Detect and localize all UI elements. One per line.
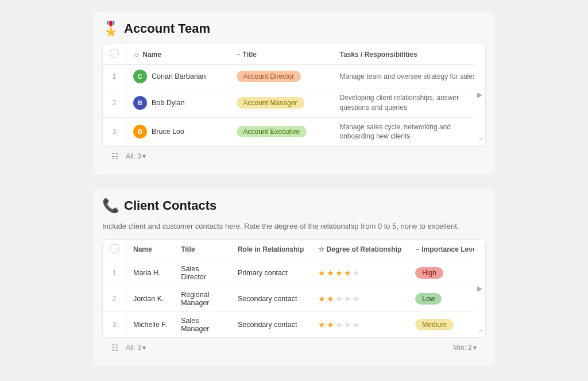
client-contacts-footer: ☷ All: 3 ▾ Min: 2 ▾	[102, 338, 486, 357]
avatar: B	[133, 96, 147, 110]
account-team-all-btn[interactable]: All: 3 ▾	[123, 151, 148, 161]
importance-badge: High	[415, 267, 443, 279]
name-cell: B Bruce Loo	[126, 117, 230, 146]
star-filled: ★	[327, 294, 334, 303]
cc-min-btn[interactable]: Min: 2 ▾	[451, 342, 479, 353]
client-contacts-description: Include client and customer contacts her…	[102, 221, 486, 232]
avatar: B	[133, 125, 147, 138]
star-filled: ★	[327, 268, 334, 278]
star-empty: ★	[353, 294, 360, 303]
star-filled: ★	[318, 320, 326, 329]
client-contact-row: 2 Jordan K. Regional Manager Secondary c…	[103, 286, 485, 311]
cc-expand-icon[interactable]: ↗	[478, 328, 483, 335]
title-badge: Account Executive	[237, 126, 307, 137]
cc-filter-icon: ☷	[111, 343, 119, 352]
account-team-row: 1 C Conan Barbarian Account Director Man…	[103, 65, 485, 88]
name-cell: B Bob Dylan	[126, 88, 230, 118]
tasks-cell: Developing client relationships, answer …	[333, 88, 486, 118]
cc-role-cell: Secondary contact	[231, 311, 311, 337]
client-contacts-section: 📞 Client Contacts Include client and cus…	[93, 188, 495, 366]
person-icon: ☺	[133, 51, 140, 59]
cc-title-col-header: Title	[174, 240, 231, 260]
star-empty: ★	[335, 320, 343, 329]
importance-badge: Medium	[415, 319, 454, 330]
star-empty: ★	[344, 294, 351, 303]
title-col-header: − Title	[230, 44, 333, 65]
account-team-table: ☺ Name − Title Tasks / Responsibilities	[103, 44, 485, 146]
star-empty: ★	[344, 320, 351, 329]
row-number: 2	[103, 88, 126, 118]
row-number: 3	[103, 117, 126, 146]
account-team-table-wrapper: ☺ Name − Title Tasks / Responsibilities	[102, 44, 486, 147]
star-empty: ★	[353, 320, 360, 329]
star-filled: ★	[318, 268, 326, 278]
tasks-col-header: Tasks / Responsibilities	[333, 44, 486, 65]
cc-role-cell: Primary contact	[231, 260, 311, 286]
cc-name-cell: Maria H.	[126, 260, 175, 286]
scroll-right-arrow[interactable]: ▶	[474, 44, 485, 146]
cc-degree-cell: ★★★★★	[311, 260, 409, 286]
account-team-title: Account Team	[124, 21, 210, 36]
cc-degree-cell: ★★★★★	[311, 311, 409, 337]
person-name: Bruce Loo	[152, 128, 184, 136]
cc-header-checkbox[interactable]	[110, 244, 119, 253]
star-filled: ★	[344, 268, 351, 278]
cc-scroll-right-arrow[interactable]: ▶	[474, 240, 485, 337]
client-contact-row: 1 Maria H. Sales Director Primary contac…	[103, 260, 485, 286]
account-team-row: 3 B Bruce Loo Account Executive Manage s…	[103, 117, 485, 146]
star-empty: ★	[335, 294, 343, 303]
row-number: 3	[103, 311, 126, 337]
filter-icon: ☷	[111, 152, 119, 161]
minus-icon: −	[237, 51, 241, 59]
tasks-cell: Manage team and oversee strategy for sal…	[333, 65, 486, 88]
name-col-header: ☺ Name	[126, 44, 230, 65]
account-team-filter-btn[interactable]: ☷	[109, 151, 121, 162]
cc-title-cell: Sales Director	[174, 260, 231, 286]
cc-filter-btn[interactable]: ☷	[109, 342, 121, 353]
header-checkbox[interactable]	[110, 49, 119, 58]
person-name: Bob Dylan	[152, 99, 185, 107]
title-badge: Account Director	[237, 71, 301, 82]
cc-role-cell: Secondary contact	[231, 286, 311, 311]
cc-all-btn[interactable]: All: 3 ▾	[123, 342, 148, 353]
cc-name-col-header: Name	[126, 240, 175, 260]
client-contacts-header: 📞 Client Contacts	[102, 198, 486, 214]
title-cell: Account Manager	[230, 88, 333, 118]
client-contacts-title: Client Contacts	[124, 198, 216, 213]
client-contacts-emoji: 📞	[102, 198, 119, 214]
star-filled: ★	[318, 294, 326, 303]
importance-badge: Low	[415, 293, 442, 305]
importance-col-icon: −	[415, 245, 419, 253]
star-col-icon: ☆	[318, 245, 324, 253]
title-cell: Account Executive	[230, 117, 333, 146]
star-filled: ★	[335, 268, 343, 278]
name-cell: C Conan Barbarian	[126, 65, 230, 88]
cc-role-col-header: Role in Relationship	[231, 240, 311, 260]
title-badge: Account Manager	[237, 97, 304, 109]
account-team-header: 🎖️ Account Team	[102, 21, 486, 37]
row-number: 2	[103, 286, 126, 311]
tasks-cell: Manage sales cycle, networking and onboa…	[333, 117, 486, 146]
cc-name-cell: Michelle F.	[126, 311, 175, 337]
cc-degree-cell: ★★★★★	[311, 286, 409, 311]
expand-icon[interactable]: ↗	[478, 136, 483, 144]
client-contacts-table-wrapper: Name Title Role in Relationship ☆ Degree…	[102, 239, 486, 338]
cc-checkbox-col-header	[103, 240, 126, 260]
cc-degree-col-header: ☆ Degree of Relationship	[311, 240, 409, 260]
avatar: C	[133, 70, 147, 83]
star-empty: ★	[353, 268, 360, 278]
star-filled: ★	[327, 320, 334, 329]
account-team-section: 🎖️ Account Team ☺ Name	[93, 11, 495, 175]
person-name: Conan Barbarian	[152, 72, 206, 80]
cc-title-cell: Sales Manager	[174, 311, 231, 337]
title-cell: Account Director	[230, 65, 333, 88]
cc-name-cell: Jordan K.	[126, 286, 175, 311]
row-number: 1	[103, 260, 126, 286]
client-contact-row: 3 Michelle F. Sales Manager Secondary co…	[103, 311, 485, 337]
client-contacts-table: Name Title Role in Relationship ☆ Degree…	[103, 240, 485, 337]
cc-title-cell: Regional Manager	[174, 286, 231, 311]
page-wrapper: 🎖️ Account Team ☺ Name	[93, 11, 495, 366]
checkbox-col-header	[103, 44, 126, 65]
row-number: 1	[103, 65, 126, 88]
account-team-footer: ☷ All: 3 ▾	[102, 147, 486, 166]
